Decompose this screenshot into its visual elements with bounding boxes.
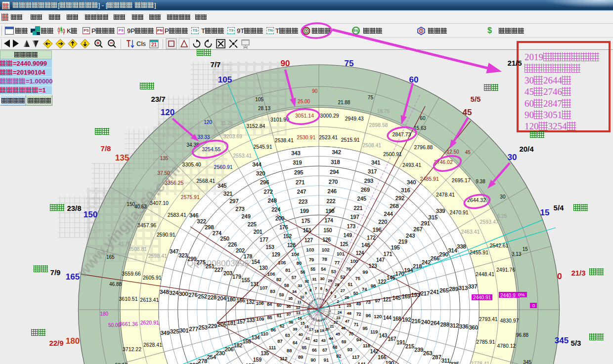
svg-text:29: 29 [328,279,332,283]
svg-text:30: 30 [500,194,506,200]
svg-text:345: 345 [555,336,569,345]
svg-text:205: 205 [218,322,226,327]
svg-text:50: 50 [353,291,358,296]
svg-text:3000.29: 3000.29 [320,113,339,119]
svg-text:24: 24 [338,310,342,315]
svg-text:301: 301 [179,327,188,333]
svg-text:151: 151 [303,228,311,233]
svg-text:28: 28 [335,283,339,287]
svg-text:13: 13 [296,311,300,315]
svg-text:45: 45 [465,150,471,155]
svg-text:130: 130 [260,265,268,271]
svg-text:70: 70 [349,331,353,336]
svg-text:324: 324 [170,290,178,296]
svg-text:278: 278 [198,358,207,364]
svg-text:241: 241 [430,289,439,295]
svg-text:150: 150 [324,228,332,233]
svg-text:79: 79 [309,257,314,262]
svg-text:126: 126 [322,237,331,243]
svg-text:1: 1 [339,304,341,309]
svg-text:2470.91: 2470.91 [450,209,469,215]
svg-text:289: 289 [449,286,458,292]
svg-text:315: 315 [429,214,438,220]
svg-text:4830.97: 4830.97 [500,318,519,324]
svg-text:178: 178 [244,253,253,259]
svg-text:240: 240 [421,319,430,325]
svg-text:316: 316 [401,187,410,193]
svg-text:133: 133 [247,318,255,323]
svg-text:135: 135 [261,351,269,356]
svg-text:2542.61: 2542.61 [489,243,508,248]
svg-text:296: 296 [260,179,269,185]
svg-text:4: 4 [330,290,332,295]
svg-text:266: 266 [431,255,439,261]
svg-text:269: 269 [361,187,370,193]
svg-text:97: 97 [375,298,380,303]
svg-text:221: 221 [354,205,363,211]
svg-text:100: 100 [350,258,358,264]
svg-text:247: 247 [297,189,306,195]
svg-text:313: 313 [459,285,468,291]
svg-text:125: 125 [340,242,349,247]
svg-text:153: 153 [266,244,274,250]
svg-text:33: 33 [298,283,302,288]
svg-text:58: 58 [284,283,289,288]
svg-text:267: 267 [413,226,422,232]
svg-text:325: 325 [170,328,179,334]
svg-text:40.63: 40.63 [134,204,147,209]
svg-text:248: 248 [267,198,276,203]
svg-text:2598.41: 2598.41 [148,253,167,259]
svg-text:21/5: 21/5 [507,59,522,67]
svg-text:252: 252 [198,293,207,299]
svg-text:345: 345 [523,360,531,364]
svg-text:8: 8 [314,298,315,301]
svg-text:292: 292 [395,195,404,201]
svg-text:2448.41: 2448.41 [476,271,494,277]
svg-text:87: 87 [277,339,282,344]
svg-text:49: 49 [356,301,361,306]
svg-text:276: 276 [188,292,197,298]
svg-text:3356.25: 3356.25 [165,180,183,186]
svg-text:217: 217 [421,290,430,296]
svg-text:30: 30 [508,153,517,162]
svg-text:111: 111 [269,345,276,350]
svg-text:7/7: 7/7 [211,60,221,69]
svg-text:340: 340 [407,179,416,185]
svg-text:61: 61 [277,313,282,318]
svg-text:12.50: 12.50 [446,149,459,155]
svg-text:343: 343 [291,150,300,156]
svg-text:65: 65 [302,345,307,350]
svg-text:290: 290 [439,251,448,257]
svg-text:15: 15 [523,246,528,252]
svg-text:75: 75 [368,95,374,100]
svg-text:121: 121 [383,297,392,302]
svg-text:6: 6 [320,286,322,291]
svg-text:48: 48 [347,311,351,316]
svg-text:201: 201 [254,229,263,235]
svg-text:3203.69: 3203.69 [223,133,242,139]
svg-text:123: 123 [369,263,377,269]
svg-text:6.25: 6.25 [497,213,507,219]
svg-text:74: 74 [362,287,367,292]
svg-text:60: 60 [277,303,282,308]
svg-text:155: 155 [242,278,250,283]
svg-text:297: 297 [229,198,238,204]
svg-text:2590.91: 2590.91 [157,232,175,238]
svg-text:148: 148 [361,243,370,248]
svg-text:86: 86 [271,327,276,332]
svg-text:202: 202 [236,247,245,253]
svg-text:132: 132 [246,299,255,305]
svg-text:56: 56 [301,270,306,275]
svg-text:300: 300 [179,291,188,297]
svg-text:45: 45 [463,108,472,117]
svg-text:342: 342 [332,149,341,155]
svg-text:311: 311 [441,358,450,364]
svg-text:146: 146 [387,275,395,281]
svg-text:90: 90 [310,358,315,363]
svg-text:14: 14 [298,316,302,321]
svg-text:77: 77 [335,260,340,265]
svg-text:38: 38 [289,320,293,324]
svg-text:59: 59 [279,292,284,297]
svg-text:170: 170 [395,271,404,277]
svg-text:3: 3 [334,294,336,299]
